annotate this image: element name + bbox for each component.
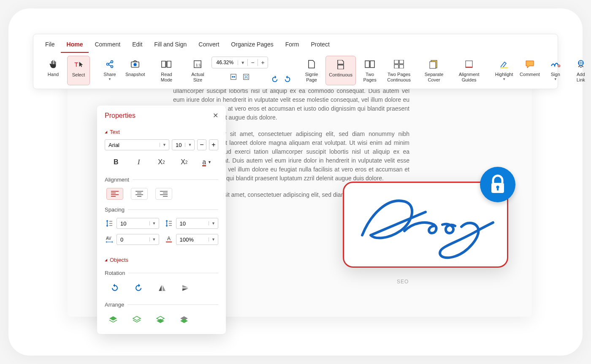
share-button[interactable]: Share ▼ [98, 56, 121, 85]
fit-page-icon[interactable] [242, 73, 250, 81]
continuous-button[interactable]: Continuous [325, 56, 356, 85]
svg-rect-26 [497, 187, 499, 190]
ribbon-tabs: File Home Comment Edit Fill and Sign Con… [33, 34, 558, 53]
single-page-button[interactable]: Signle Page [300, 56, 323, 85]
read-mode-button[interactable]: Read Mode [155, 56, 178, 85]
tab-organize[interactable]: Organize Pages [225, 38, 279, 53]
align-left-button[interactable] [106, 188, 123, 200]
text-section-header[interactable]: Text [97, 125, 226, 138]
svg-point-2 [107, 63, 109, 65]
font-size-decrease[interactable]: − [197, 139, 206, 150]
two-pages-continuous-icon [393, 58, 404, 70]
tab-protect[interactable]: Protect [305, 38, 335, 53]
align-right-button[interactable] [155, 188, 172, 200]
properties-title: Properties [105, 112, 136, 120]
tab-home[interactable]: Home [61, 38, 89, 53]
actual-size-icon: 1:1 [192, 58, 203, 70]
cursor-text-icon: T [73, 59, 84, 71]
link-icon [576, 58, 586, 70]
rotation-label: Rotation [97, 266, 226, 279]
rotate-cw-button[interactable] [109, 282, 121, 294]
tab-fill-sign[interactable]: Fill and Sign [148, 38, 192, 53]
signature-box[interactable] [343, 182, 508, 268]
font-size-select[interactable]: 10▼ [172, 139, 195, 150]
svg-rect-12 [394, 60, 399, 64]
text-scale-icon: A [164, 235, 174, 244]
svg-rect-15 [399, 65, 404, 68]
spacing-label: Spacing [97, 202, 226, 215]
svg-point-5 [134, 63, 137, 66]
svg-text:AV: AV [106, 236, 111, 241]
speech-bubble-icon [525, 58, 534, 70]
chevron-down-icon[interactable]: ▼ [238, 60, 247, 65]
rotate-ccw-button[interactable] [133, 282, 144, 294]
spacing-after-input[interactable]: 10▼ [176, 218, 219, 229]
snapshot-button[interactable]: Snapshot [124, 56, 146, 85]
subscript-button[interactable]: X2 [154, 156, 169, 168]
properties-panel: Properties ✕ Text Arial▼ 10▼ − + B I X2 … [97, 106, 226, 334]
letter-spacing-icon: AV [105, 235, 114, 244]
svg-text:1:1: 1:1 [196, 63, 201, 67]
bold-button[interactable]: B [108, 156, 124, 168]
tab-form[interactable]: Form [279, 38, 305, 53]
chevron-down-icon: ▼ [160, 143, 169, 147]
zoom-out-button[interactable]: − [247, 59, 258, 66]
rotate-ccw-icon[interactable] [271, 75, 279, 84]
toolbar: Hand T Select Share ▼ Snapshot Read Mod [33, 53, 558, 89]
line-spacing-after-icon [164, 219, 174, 228]
camera-icon [130, 58, 140, 70]
add-link-button[interactable]: Add Link [569, 56, 591, 85]
signature-icon [550, 58, 561, 70]
sign-button[interactable]: Sign ▼ [544, 56, 567, 85]
font-size-increase[interactable]: + [209, 139, 218, 150]
send-back-button[interactable] [178, 314, 190, 326]
comment-button[interactable]: Comment [518, 56, 542, 85]
bring-forward-button[interactable] [131, 314, 143, 326]
alignment-guides-button[interactable]: Alignment Guides [454, 56, 484, 85]
book-icon [161, 58, 172, 70]
close-icon[interactable]: ✕ [213, 111, 218, 120]
two-pages-continuous-button[interactable]: Two Pages Continuous [384, 56, 414, 85]
select-button[interactable]: T Select [67, 56, 90, 85]
tab-file[interactable]: File [39, 38, 61, 53]
svg-point-3 [111, 65, 113, 68]
font-color-button[interactable]: a▼ [199, 156, 214, 168]
svg-rect-18 [466, 61, 472, 68]
text-scale-input[interactable]: 100%▼ [176, 234, 219, 245]
separate-cover-button[interactable]: Separate Cover [423, 56, 445, 85]
lock-badge [480, 167, 515, 202]
italic-button[interactable]: I [131, 156, 146, 168]
svg-rect-19 [500, 67, 508, 68]
font-family-select[interactable]: Arial▼ [105, 139, 169, 150]
letter-spacing-input[interactable]: 0▼ [117, 234, 159, 245]
flip-horizontal-button[interactable] [156, 282, 168, 294]
svg-rect-10 [365, 61, 369, 68]
fit-width-icon[interactable] [229, 73, 238, 81]
tab-edit[interactable]: Edit [126, 38, 148, 53]
bring-front-button[interactable] [107, 314, 119, 326]
svg-rect-14 [394, 65, 399, 68]
tab-convert[interactable]: Convert [192, 38, 225, 53]
svg-rect-11 [370, 61, 374, 68]
zoom-level[interactable]: 46.32% ▼ − + [211, 57, 268, 68]
zoom-in-button[interactable]: + [258, 59, 268, 66]
align-center-button[interactable] [131, 188, 148, 200]
send-backward-button[interactable] [155, 314, 166, 326]
tab-comment[interactable]: Comment [89, 38, 126, 53]
spacing-before-input[interactable]: 10▼ [117, 218, 159, 229]
chevron-down-icon: ▼ [185, 143, 194, 147]
two-pages-button[interactable]: Two Pages [358, 56, 381, 85]
superscript-button[interactable]: X2 [176, 156, 192, 168]
hand-icon [49, 58, 58, 70]
image-caption: SEO [397, 279, 409, 285]
objects-section-header[interactable]: Objects [97, 253, 226, 266]
hand-button[interactable]: Hand [42, 56, 65, 85]
actual-size-button[interactable]: 1:1 Actual Size [186, 56, 209, 83]
svg-text:A: A [167, 236, 171, 242]
svg-rect-9 [244, 74, 249, 80]
handwritten-signature [350, 189, 502, 261]
flip-vertical-button[interactable] [180, 282, 192, 294]
highlight-button[interactable]: Highlight ▼ [493, 56, 515, 85]
rotate-cw-icon[interactable] [283, 75, 292, 84]
ribbon: File Home Comment Edit Fill and Sign Con… [33, 34, 558, 89]
